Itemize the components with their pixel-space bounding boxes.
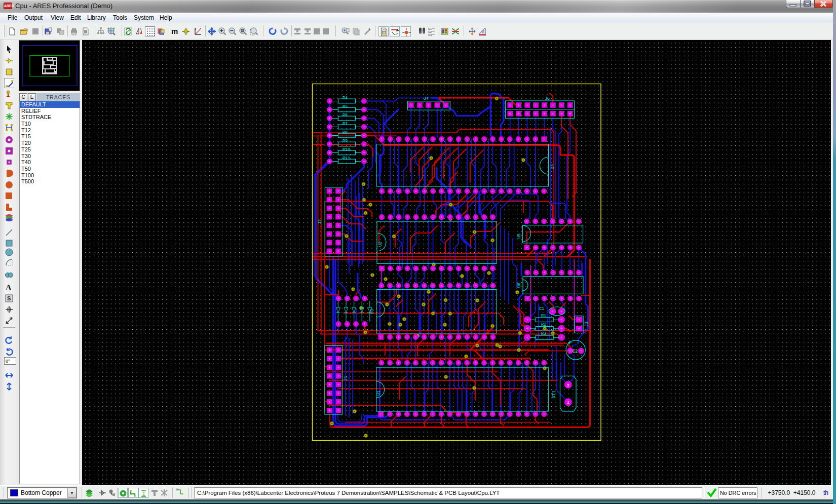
svg-text:U3: U3	[428, 33, 432, 36]
svg-text:R4: R4	[343, 96, 348, 101]
svg-text:x: x	[200, 27, 201, 30]
svg-text:J2: J2	[318, 219, 323, 224]
svg-text:R6: R6	[343, 113, 348, 118]
svg-text:R1: R1	[541, 314, 546, 319]
svg-text:A: A	[6, 283, 12, 292]
svg-text:R3: R3	[541, 331, 546, 336]
svg-text:J3: J3	[584, 322, 589, 327]
svg-text:U1: U1	[376, 391, 382, 396]
svg-text:2: 2	[567, 383, 569, 387]
svg-text:J1: J1	[344, 376, 349, 381]
svg-text:F: F	[140, 27, 142, 30]
svg-text:R9: R9	[343, 139, 348, 144]
svg-text:U6: U6	[517, 283, 522, 288]
svg-text:R7: R7	[343, 122, 348, 127]
svg-text:R11: R11	[343, 156, 350, 161]
svg-text:C2: C2	[573, 349, 578, 354]
svg-text:m: m	[171, 27, 178, 35]
svg-text:z: z	[195, 27, 196, 30]
svg-text:R5: R5	[343, 104, 348, 109]
svg-text:U3: U3	[370, 309, 375, 314]
svg-text:S: S	[7, 295, 11, 301]
svg-text:R10: R10	[343, 147, 350, 152]
svg-text:XT1: XT1	[552, 391, 557, 398]
svg-text:J5: J5	[545, 96, 550, 101]
svg-text:R8: R8	[343, 130, 348, 135]
svg-text:U4: U4	[550, 164, 555, 169]
svg-text:U5: U5	[517, 234, 522, 239]
svg-text:J4: J4	[424, 96, 429, 101]
svg-text:R2: R2	[541, 322, 546, 327]
svg-text:1: 1	[567, 400, 569, 405]
svg-text:U2: U2	[378, 242, 383, 247]
svg-text:C1: C1	[539, 306, 544, 312]
